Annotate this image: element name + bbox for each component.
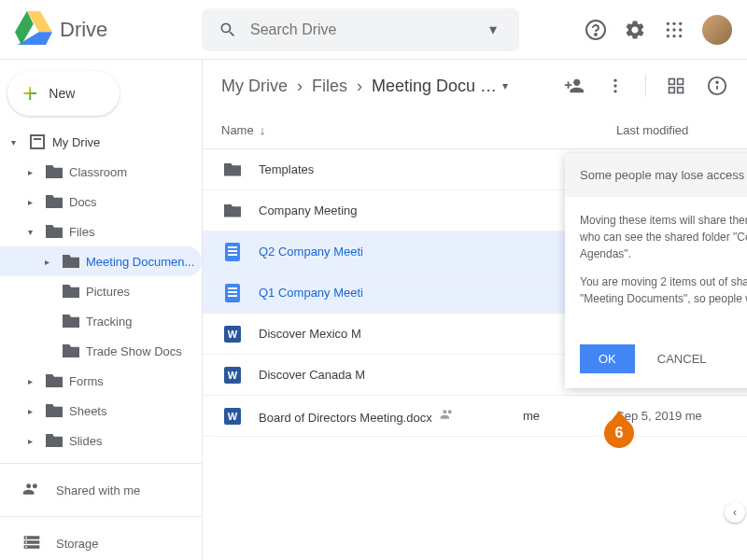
help-icon[interactable] (585, 19, 607, 41)
column-modified[interactable]: Last modified (616, 123, 728, 137)
tree-item-classroom[interactable]: ▸Classroom (0, 157, 202, 187)
column-name[interactable]: Name ↓ (221, 123, 523, 137)
word-doc-icon: W (221, 323, 244, 345)
word-doc-icon: W (221, 405, 244, 427)
storage-section[interactable]: Storage (0, 525, 202, 560)
tree-item-docs[interactable]: ▸Docs (0, 187, 202, 217)
svg-point-7 (679, 28, 682, 31)
user-avatar[interactable] (702, 15, 732, 45)
chevron-right-icon[interactable]: ▸ (28, 406, 39, 416)
svg-point-2 (667, 21, 669, 24)
svg-point-1 (595, 34, 597, 35)
svg-point-6 (672, 28, 675, 31)
file-name: Q2 Company Meeti (259, 245, 523, 259)
svg-point-10 (679, 35, 682, 37)
sort-down-icon: ↓ (260, 123, 266, 137)
search-icon (217, 19, 239, 41)
svg-rect-14 (669, 79, 675, 85)
settings-icon[interactable] (624, 19, 646, 41)
tutorial-callout: 6 (602, 411, 636, 452)
breadcrumb-item[interactable]: Files (312, 77, 347, 96)
logo[interactable]: Drive (15, 9, 202, 50)
tree-item-label: Pictures (86, 285, 130, 299)
shared-with-me[interactable]: Shared with me (0, 471, 202, 509)
file-name: Discover Mexico M (259, 327, 523, 341)
folder-icon (62, 282, 80, 301)
tree-item-slides[interactable]: ▸Slides (0, 426, 202, 455)
breadcrumb: My Drive › Files › Meeting Docu … ▾ (221, 77, 556, 96)
tree-item-label: Files (69, 225, 94, 239)
share-icon[interactable] (563, 75, 585, 97)
dialog-body: Moving these items will share them with … (565, 197, 747, 333)
tree-item-sheets[interactable]: ▸Sheets (0, 396, 202, 426)
search-input[interactable] (250, 21, 471, 38)
chevron-right-icon[interactable]: ▸ (28, 167, 39, 177)
file-name: Discover Canada M (259, 368, 523, 382)
tree-item-label: Trade Show Docs (86, 344, 182, 358)
breadcrumb-bar: My Drive › Files › Meeting Docu … ▾ (203, 60, 747, 112)
chevron-right-icon[interactable]: ▸ (28, 436, 39, 446)
tree-item-pictures[interactable]: Pictures (0, 276, 202, 306)
plus-icon: + (22, 78, 37, 108)
svg-point-8 (667, 35, 669, 37)
tree-item-trade-show-docs[interactable]: Trade Show Docs (0, 336, 202, 366)
callout-number: 6 (604, 418, 634, 448)
chevron-down-icon: ▾ (502, 79, 508, 92)
grid-view-icon[interactable] (665, 75, 687, 97)
tree-item-files[interactable]: ▾Files (0, 217, 202, 246)
chevron-down-icon[interactable]: ▾ (28, 227, 39, 237)
file-name: Company Meeting (259, 203, 523, 217)
folder-icon (45, 192, 63, 211)
apps-icon[interactable] (663, 19, 685, 41)
svg-point-20 (716, 81, 718, 83)
new-button[interactable]: + New (7, 71, 120, 116)
folder-icon (62, 312, 80, 330)
drive-logo-icon (15, 9, 52, 50)
dialog-actions: OK CANCEL (565, 333, 747, 388)
tree-item-meeting-documen-[interactable]: ▸Meeting Documen... (0, 246, 202, 276)
tree-item-forms[interactable]: ▸Forms (0, 366, 202, 396)
chevron-down-icon[interactable]: ▾ (11, 137, 22, 147)
svg-point-5 (667, 28, 669, 31)
toolbar-actions (563, 75, 728, 97)
chevron-right-icon[interactable]: ▸ (28, 376, 39, 386)
search-box[interactable]: ▾ (202, 8, 519, 51)
dialog-title: Some people may lose access (565, 153, 747, 197)
svg-point-13 (613, 90, 616, 92)
svg-point-3 (672, 21, 675, 24)
header-actions (585, 15, 732, 45)
breadcrumb-item[interactable]: My Drive (221, 77, 288, 96)
svg-point-9 (672, 35, 675, 37)
ok-button[interactable]: OK (580, 344, 635, 373)
more-icon[interactable] (604, 75, 627, 97)
shared-icon (440, 411, 455, 425)
move-access-dialog: Some people may lose access Moving these… (565, 153, 747, 388)
divider (0, 463, 202, 464)
chevron-right-icon[interactable]: ▸ (45, 257, 56, 267)
file-name: Board of Directors Meeting.docx (259, 407, 523, 425)
chevron-right-icon: › (297, 77, 303, 96)
folder-icon (45, 371, 63, 390)
scroll-left-icon[interactable]: ‹ (725, 502, 745, 523)
separator (645, 75, 646, 97)
tree-item-label: Slides (69, 434, 102, 448)
tree-item-tracking[interactable]: Tracking (0, 306, 202, 336)
svg-point-11 (613, 79, 616, 82)
folder-icon (45, 401, 63, 420)
search-dropdown-icon[interactable]: ▾ (482, 19, 504, 41)
file-row[interactable]: WBoard of Directors Meeting.docxmeSep 5,… (203, 396, 747, 437)
folder-icon (221, 159, 244, 181)
divider (0, 516, 202, 517)
chevron-right-icon[interactable]: ▸ (28, 197, 39, 207)
word-doc-icon: W (221, 364, 244, 386)
info-icon[interactable] (706, 75, 728, 97)
content-area: My Drive › Files › Meeting Docu … ▾ (202, 60, 747, 560)
svg-rect-17 (678, 88, 684, 93)
folder-icon (221, 200, 244, 222)
folder-tree: ▾My Drive▸Classroom▸Docs▾Files▸Meeting D… (0, 127, 202, 455)
breadcrumb-current[interactable]: Meeting Docu … ▾ (372, 77, 508, 96)
storage-icon (22, 533, 41, 554)
chevron-right-icon: › (357, 77, 362, 96)
tree-item-my-drive[interactable]: ▾My Drive (0, 127, 202, 157)
cancel-button[interactable]: CANCEL (657, 352, 707, 366)
